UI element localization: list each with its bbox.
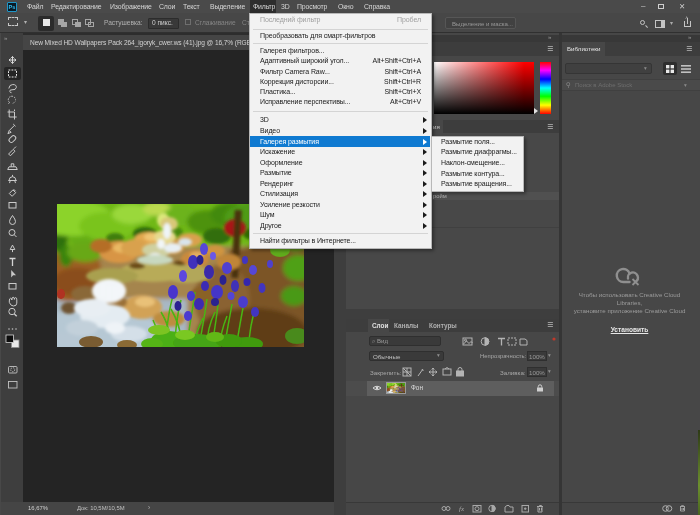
svg-text:fx: fx [459,505,465,513]
